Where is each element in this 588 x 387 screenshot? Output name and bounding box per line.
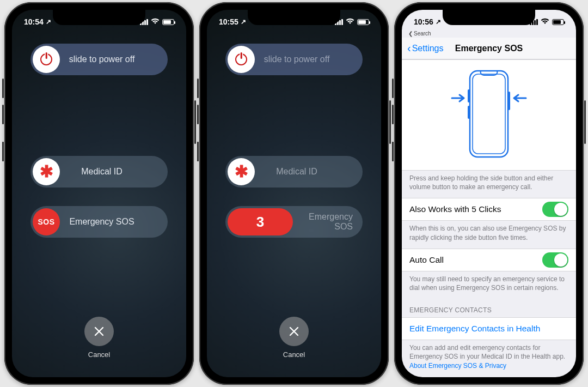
- cancel-group: Cancel: [84, 317, 114, 359]
- cancel-button[interactable]: [279, 317, 309, 346]
- medical-id-thumb[interactable]: ✱: [33, 158, 60, 185]
- nav-bar: ‹ Settings Emergency SOS: [402, 38, 576, 59]
- battery-icon: [552, 19, 564, 25]
- sos-label: Emergency SOS: [60, 217, 166, 227]
- cancel-group: Cancel: [279, 317, 309, 359]
- asterisk-icon: ✱: [235, 164, 248, 180]
- phone-frame-2: 10:55 ↗ slide to power off: [199, 2, 389, 385]
- auto-call-note: You may still need to specify an emergen…: [402, 271, 576, 299]
- page-title: Emergency SOS: [402, 44, 576, 53]
- edit-contacts-link[interactable]: Edit Emergency Contacts in Health: [409, 324, 540, 334]
- medical-id-label: Medical ID: [255, 167, 360, 177]
- location-icon: ↗: [46, 18, 51, 26]
- status-time: 10:54: [24, 17, 44, 26]
- wifi-icon: [151, 17, 160, 26]
- emergency-sos-slider[interactable]: 3 Emergency SOS: [225, 206, 363, 238]
- chevron-left-icon: ❮: [408, 31, 413, 37]
- power-off-screen: 10:54 ↗ slide to power off: [12, 10, 186, 377]
- power-off-thumb[interactable]: [33, 46, 60, 73]
- wifi-icon: [541, 17, 549, 26]
- notch: [53, 10, 145, 25]
- sos-countdown-pill[interactable]: 3: [228, 208, 293, 235]
- auto-call-toggle[interactable]: [542, 252, 568, 268]
- medical-id-slider[interactable]: ✱ Medical ID: [225, 156, 363, 188]
- contacts-note-text: You can add and edit emergency contacts …: [409, 344, 565, 360]
- five-clicks-row: Also Works with 5 Clicks: [402, 198, 576, 221]
- close-icon: [93, 325, 105, 337]
- power-icon: [235, 53, 247, 65]
- settings-screen: 10:56 ↗ ❮ Search ‹ Settings: [402, 10, 576, 377]
- location-icon: ↗: [241, 18, 246, 26]
- emergency-sos-slider[interactable]: SOS Emergency SOS: [30, 206, 168, 238]
- svg-rect-4: [508, 92, 510, 110]
- sos-countdown-screen: 10:55 ↗ slide to power off: [207, 10, 381, 377]
- battery-icon: [162, 19, 174, 25]
- auto-call-row: Auto Call: [402, 249, 576, 271]
- location-icon: ↗: [436, 18, 441, 26]
- medical-id-slider[interactable]: ✱ Medical ID: [30, 156, 168, 188]
- five-clicks-note: When this is on, you can also use Emerge…: [402, 221, 576, 248]
- close-icon: [288, 325, 300, 337]
- wifi-icon: [346, 17, 354, 26]
- notch: [248, 10, 340, 25]
- svg-rect-1: [473, 74, 505, 154]
- power-off-slider[interactable]: slide to power off: [225, 44, 363, 75]
- cancel-label: Cancel: [84, 350, 114, 359]
- cancel-button[interactable]: [84, 317, 114, 346]
- auto-call-label: Auto Call: [409, 255, 444, 265]
- sos-illustration: [402, 59, 576, 171]
- five-clicks-toggle[interactable]: [542, 202, 568, 217]
- contacts-note: You can add and edit emergency contacts …: [402, 340, 576, 377]
- sos-thumb[interactable]: SOS: [33, 208, 60, 235]
- status-time: 10:56: [414, 17, 433, 26]
- notch: [443, 10, 535, 25]
- svg-rect-0: [470, 71, 508, 157]
- medical-id-label: Medical ID: [60, 167, 166, 177]
- scroll-content[interactable]: Press and keep holding the side button a…: [402, 59, 576, 377]
- phone-frame-1: 10:54 ↗ slide to power off: [4, 2, 194, 385]
- breadcrumb-label: Search: [414, 31, 431, 37]
- power-off-slider[interactable]: slide to power off: [30, 44, 168, 75]
- svg-rect-3: [468, 106, 470, 119]
- asterisk-icon: ✱: [40, 164, 53, 180]
- illustration-note: Press and keep holding the side button a…: [402, 171, 576, 198]
- phone-frame-3: 10:56 ↗ ❮ Search ‹ Settings: [394, 2, 584, 385]
- medical-id-thumb[interactable]: ✱: [228, 158, 255, 185]
- power-off-thumb[interactable]: [228, 46, 255, 73]
- status-time: 10:55: [219, 17, 238, 26]
- battery-icon: [357, 19, 369, 25]
- power-off-label: slide to power off: [60, 55, 166, 64]
- power-off-label: slide to power off: [255, 55, 360, 64]
- power-icon: [40, 53, 52, 65]
- breadcrumb[interactable]: ❮ Search: [402, 31, 576, 38]
- five-clicks-label: Also Works with 5 Clicks: [409, 204, 501, 214]
- about-sos-link[interactable]: About Emergency SOS & Privacy: [409, 362, 506, 370]
- cancel-label: Cancel: [279, 350, 309, 359]
- svg-rect-2: [468, 89, 470, 102]
- contacts-header: EMERGENCY CONTACTS: [402, 299, 576, 317]
- phone-press-icon: [451, 68, 527, 160]
- edit-contacts-row[interactable]: Edit Emergency Contacts in Health: [402, 317, 576, 340]
